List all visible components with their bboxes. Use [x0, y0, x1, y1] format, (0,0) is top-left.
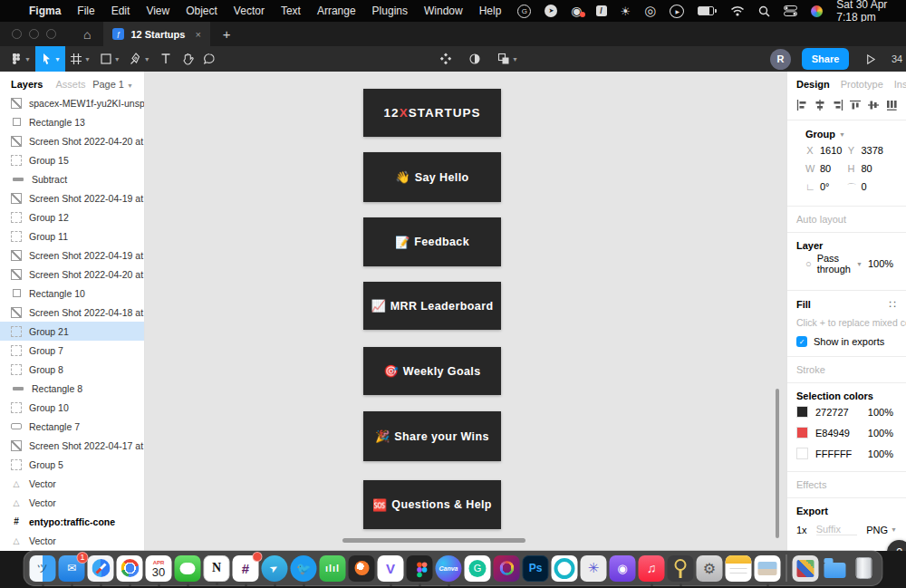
- dock-trash-icon[interactable]: [851, 555, 877, 582]
- layer-row-13[interactable]: Group 7: [0, 341, 144, 360]
- canvas-button-say-hello[interactable]: 👋Say Hello: [363, 152, 501, 202]
- layer-row-12[interactable]: Group 21: [0, 322, 144, 341]
- tab-layers[interactable]: Layers: [11, 79, 43, 90]
- color-swatch[interactable]: [796, 427, 808, 439]
- width-field[interactable]: W80: [805, 163, 847, 174]
- dock-slack-icon[interactable]: #: [233, 555, 259, 582]
- dock-settings-icon[interactable]: ⚙: [697, 555, 723, 582]
- wifi-icon[interactable]: [730, 5, 745, 16]
- layer-row-23[interactable]: △Vector: [0, 531, 144, 550]
- dock-blue-folder-icon[interactable]: [822, 555, 848, 582]
- vertical-scrollbar[interactable]: [776, 389, 779, 538]
- menu-app-name[interactable]: Figma: [29, 5, 61, 17]
- dock-photoshop-icon[interactable]: Ps: [523, 555, 549, 582]
- x-field[interactable]: X1610: [805, 145, 847, 156]
- dock-keychain-icon[interactable]: [668, 555, 694, 582]
- height-field[interactable]: H80: [847, 163, 889, 174]
- layer-row-19[interactable]: Group 5: [0, 455, 144, 474]
- pen-tool[interactable]: ▼: [125, 46, 155, 72]
- dock-purple-flower-icon[interactable]: ✳: [581, 555, 607, 582]
- layer-row-22[interactable]: #entypo:traffic-cone: [0, 512, 144, 531]
- close-window-button[interactable]: [12, 29, 22, 39]
- hand-tool[interactable]: [177, 46, 198, 72]
- layer-row-14[interactable]: Group 8: [0, 360, 144, 379]
- dock-notion-icon[interactable]: N: [204, 555, 230, 582]
- tab-assets[interactable]: Assets: [55, 79, 85, 90]
- align-right-icon[interactable]: [833, 100, 843, 112]
- layer-row-17[interactable]: Rectangle 7: [0, 417, 144, 436]
- dock-p-circle-icon[interactable]: [552, 555, 578, 582]
- stroke-header[interactable]: Stroke: [796, 364, 825, 375]
- move-tool[interactable]: ▼: [35, 46, 65, 72]
- export-scale[interactable]: 1x: [796, 525, 807, 535]
- menu-clock[interactable]: Sat 30 Apr 7:18 pm: [836, 0, 895, 24]
- dock-mail-icon[interactable]: ✉1: [59, 555, 85, 582]
- selection-color-row[interactable]: 272727100%: [796, 401, 897, 422]
- battery-icon[interactable]: [698, 6, 717, 15]
- selection-color-row[interactable]: E84949100%: [796, 422, 897, 443]
- canvas-button-share-your-wins[interactable]: 🎉Share your Wins: [363, 411, 501, 461]
- layer-opacity[interactable]: 100%: [868, 258, 893, 269]
- layer-row-15[interactable]: Rectangle 8: [0, 379, 144, 398]
- shape-tool[interactable]: ▼: [95, 46, 125, 72]
- layer-row-7[interactable]: Group 11: [0, 227, 144, 246]
- dock-telegram-icon[interactable]: [262, 555, 288, 582]
- canvas-button-mrr-leaderboard[interactable]: 📈MRR Leaderboard: [363, 282, 501, 330]
- menu-item-edit[interactable]: Edit: [111, 5, 130, 17]
- layer-row-11[interactable]: Screen Shot 2022-04-18 at 7.35 1: [0, 303, 144, 322]
- navigator-icon[interactable]: [545, 5, 557, 17]
- menu-item-text[interactable]: Text: [281, 5, 301, 17]
- auto-layout-header[interactable]: Auto layout: [796, 214, 846, 225]
- present-button[interactable]: [860, 46, 881, 72]
- layer-row-1[interactable]: Rectangle 13: [0, 112, 144, 131]
- layer-row-9[interactable]: Screen Shot 2022-04-20 at 9.17 1: [0, 265, 144, 284]
- close-tab-icon[interactable]: ×: [195, 29, 200, 40]
- dock-figma-icon[interactable]: [407, 555, 433, 582]
- frame-tool[interactable]: ▼: [65, 46, 95, 72]
- new-tab-button[interactable]: +: [223, 26, 231, 42]
- dock-safari-icon[interactable]: [88, 555, 114, 582]
- dock-stats-icon[interactable]: ılıl: [320, 555, 346, 582]
- dock-creative-cloud-icon[interactable]: [494, 555, 520, 582]
- dock-grammarly-icon[interactable]: [465, 555, 491, 582]
- checkbox-checked-icon[interactable]: ✓: [796, 336, 807, 347]
- record-icon[interactable]: [644, 3, 656, 19]
- share-button[interactable]: Share: [802, 48, 849, 70]
- layer-row-8[interactable]: Screen Shot 2022-04-19 at 8.16 1: [0, 246, 144, 265]
- layer-row-2[interactable]: Screen Shot 2022-04-20 at 10.10 1: [0, 131, 144, 150]
- dock-finder-icon[interactable]: ツ: [30, 555, 56, 582]
- menu-item-file[interactable]: File: [77, 5, 94, 17]
- dock-notes-icon[interactable]: [726, 555, 752, 582]
- zoom-level[interactable]: 34: [892, 53, 904, 64]
- home-icon[interactable]: ⌂: [83, 27, 91, 42]
- g-app-icon[interactable]: [517, 5, 531, 18]
- tab-prototype[interactable]: Prototype: [841, 79, 883, 90]
- dock-blender-icon[interactable]: [349, 555, 375, 582]
- dock-twitter-icon[interactable]: 🐦: [291, 555, 317, 582]
- tidy-up-icon[interactable]: [886, 100, 897, 112]
- logo-button[interactable]: 12XSTARTUPS: [363, 89, 501, 137]
- menu-item-object[interactable]: Object: [186, 5, 217, 17]
- canvas-button-questions-help[interactable]: 🆘Questions & Help: [363, 480, 501, 529]
- color-swatch[interactable]: [796, 406, 808, 418]
- file-tab[interactable]: ƒ 12 Startups ×: [103, 22, 209, 46]
- horizontal-scrollbar[interactable]: [342, 538, 525, 543]
- mixed-content-icon[interactable]: ∷: [889, 298, 897, 311]
- effects-header[interactable]: Effects: [796, 479, 826, 490]
- align-v-center-icon[interactable]: [868, 100, 879, 112]
- align-top-icon[interactable]: [850, 100, 861, 112]
- dock-image-stack-icon[interactable]: [793, 555, 819, 582]
- color-swatch[interactable]: [796, 448, 808, 459]
- comment-tool[interactable]: [198, 46, 220, 72]
- brightness-icon[interactable]: [621, 5, 631, 18]
- text-tool[interactable]: [155, 46, 177, 72]
- canvas-button-weekly-goals[interactable]: 🎯Weekly Goals: [363, 347, 501, 395]
- tab-inspect[interactable]: Inspect: [894, 79, 906, 90]
- dock-calendar-icon[interactable]: APR30: [146, 555, 172, 582]
- menu-item-plugins[interactable]: Plugins: [372, 5, 408, 17]
- layer-row-3[interactable]: Group 15: [0, 150, 144, 169]
- selection-color-row[interactable]: FFFFFF100%: [796, 443, 897, 464]
- rotation-field[interactable]: ∟0°: [805, 181, 847, 195]
- corner-radius-field[interactable]: ⌒0: [847, 181, 889, 195]
- align-left-icon[interactable]: [796, 100, 807, 112]
